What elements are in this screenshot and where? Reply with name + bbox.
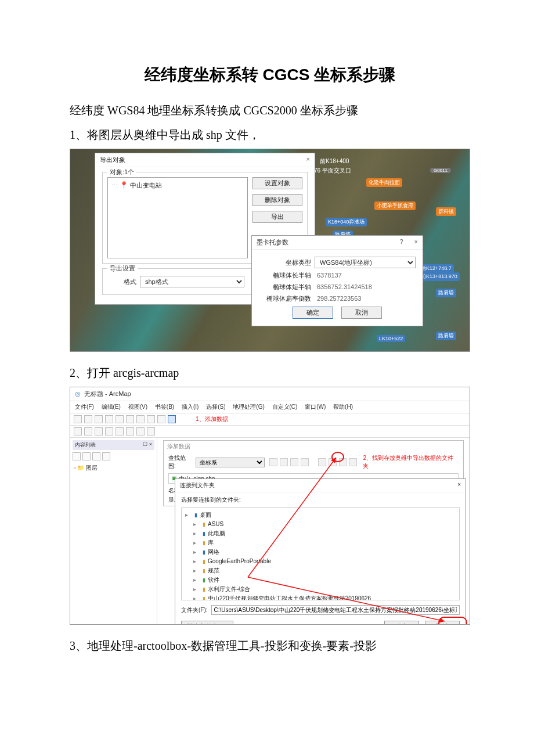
- poi-badge: K16+040弃渣场: [326, 218, 367, 226]
- set-object-button[interactable]: 设置对象: [252, 177, 302, 189]
- close-icon[interactable]: ×: [306, 156, 310, 164]
- map-label: 路肩墙: [436, 332, 456, 340]
- tree-node[interactable]: ▸▮规范: [185, 566, 456, 575]
- redo-icon[interactable]: [157, 415, 165, 423]
- poi-badge: 化隆牛肉拉面: [366, 178, 402, 187]
- map-label: 前K18+400: [320, 157, 349, 165]
- annotation-circle: [331, 452, 344, 462]
- item-label: 中山变电站: [130, 182, 162, 189]
- new-icon[interactable]: [74, 415, 82, 423]
- connect-folder-dialog: 连接到文件夹 × 选择要连接到的文件夹: ▸▮桌面▸▮ASUS▸▮此电脑▸▮库▸…: [175, 478, 466, 625]
- add-server-icon[interactable]: [349, 458, 357, 466]
- new-folder-button[interactable]: 新建文件夹(M): [181, 621, 233, 625]
- menu-item[interactable]: 书签(B): [155, 404, 174, 410]
- toc-layer-root[interactable]: ▫ 📁 图层: [73, 463, 154, 473]
- home-icon[interactable]: [280, 458, 288, 466]
- tree-node[interactable]: ▸▮中山220千伏规划储变电站工程水土保持方案报批终稿20190626: [185, 594, 456, 600]
- lookin-select[interactable]: 坐标系: [196, 458, 265, 467]
- tree-node[interactable]: ▸▮GoogleEarthProPortable: [185, 557, 456, 566]
- menu-bar[interactable]: 文件(F) 编辑(E) 视图(V) 书签(B) 插入(I) 选择(S) 地理处理…: [70, 401, 470, 413]
- pan-icon[interactable]: [95, 427, 103, 435]
- toc-panel: 内容列表☐ × ▫ 📁 图层: [70, 438, 157, 625]
- semi-major-label: 椭球体长半轴: [259, 271, 311, 280]
- screenshot-1: 前K18+400 76 平面交叉口 化隆牛肉拉面 G0611 小肥羊手抓食府 群…: [70, 149, 470, 352]
- folder-tree[interactable]: ▸▮桌面▸▮ASUS▸▮此电脑▸▮库▸▮网络▸▮GoogleEarthProPo…: [181, 507, 460, 600]
- folder-path-label: 文件夹(F):: [181, 606, 208, 614]
- open-icon[interactable]: [84, 415, 92, 423]
- toc-title: 内容列表: [75, 441, 96, 449]
- copy-icon[interactable]: [126, 415, 134, 423]
- semi-minor-label: 椭球体短半轴: [259, 283, 311, 291]
- tree-node[interactable]: ▸▮水利厅文件-综合: [185, 585, 456, 594]
- tree-node[interactable]: ▸▮网络: [185, 548, 456, 557]
- print-icon[interactable]: [105, 415, 113, 423]
- map-label: 后K12+748.7: [418, 264, 454, 273]
- list-item[interactable]: ⋯ 📍 中山变电站: [111, 181, 244, 190]
- measure-icon[interactable]: [147, 427, 155, 435]
- coord-type-select[interactable]: WGS84(地理坐标): [315, 257, 416, 268]
- menu-item[interactable]: 文件(F): [75, 404, 94, 410]
- toolbar-2: [70, 426, 470, 438]
- tree-node[interactable]: ▸▮ASUS: [185, 520, 456, 529]
- annotation-2: 2、找到存放奥维中导出数据的文件夹: [363, 454, 459, 470]
- format-select[interactable]: shp格式: [140, 276, 244, 287]
- add-data-icon[interactable]: [168, 415, 176, 423]
- folder-path-input[interactable]: [211, 605, 460, 615]
- full-extent-icon[interactable]: [105, 427, 113, 435]
- toc-view-icons[interactable]: [73, 452, 154, 460]
- tree-node[interactable]: ▸▮此电脑: [185, 529, 456, 538]
- poi-badge: 群科镇: [436, 207, 456, 216]
- map-canvas[interactable]: 添加数据 查找范围: 坐标系 2、找到存放奥维: [157, 438, 470, 625]
- details-icon[interactable]: [301, 458, 309, 466]
- identify-icon[interactable]: [126, 427, 134, 435]
- group-legend: 对象:1个: [107, 168, 136, 177]
- app-title: 无标题 - ArcMap: [84, 390, 131, 398]
- map-label: 化隆牛肉拉面: [366, 178, 402, 187]
- delete-object-button[interactable]: 删除对象: [252, 194, 302, 206]
- menu-item[interactable]: 地理处理(G): [233, 404, 264, 410]
- ok-button[interactable]: 确定: [384, 621, 419, 625]
- help-icon[interactable]: ?: [399, 238, 403, 245]
- cut-icon[interactable]: [116, 415, 124, 423]
- poi-badge: 前K13+813.970: [418, 272, 460, 281]
- map-label: K16+040弃渣场: [326, 218, 367, 226]
- inv-flat-label: 椭球体扁率倒数: [259, 294, 311, 303]
- menu-item[interactable]: 视图(V): [128, 404, 147, 410]
- save-icon[interactable]: [95, 415, 103, 423]
- ok-button[interactable]: 确定: [293, 307, 333, 319]
- dialog-title: 墨卡托参数: [257, 238, 288, 247]
- annotation-1: 1、添加数据: [196, 415, 228, 423]
- map-road-badge: G0611: [430, 167, 451, 173]
- format-label: 格式: [107, 278, 136, 286]
- dialog-title: 导出对象: [100, 156, 125, 164]
- poi-badge: 路肩墙: [436, 332, 456, 340]
- menu-item[interactable]: 编辑(E): [102, 404, 121, 410]
- connect-folder-icon[interactable]: [318, 458, 326, 466]
- up-icon[interactable]: [269, 458, 277, 466]
- close-icon[interactable]: ×: [414, 238, 418, 245]
- tree-node[interactable]: ▸▮桌面: [185, 510, 456, 520]
- map-label: 小肥羊手抓食府: [374, 201, 416, 210]
- tree-node[interactable]: ▸▮软件: [185, 575, 456, 585]
- menu-item[interactable]: 帮助(H): [333, 404, 353, 410]
- zoom-in-icon[interactable]: [74, 427, 82, 435]
- menu-item[interactable]: 自定义(C): [272, 404, 298, 410]
- paste-icon[interactable]: [136, 415, 145, 423]
- undo-icon[interactable]: [147, 415, 155, 423]
- poi-badge: 后K12+748.7: [418, 264, 454, 273]
- mercator-dialog: 墨卡托参数 ? × 坐标类型 WGS84(地理坐标) 椭球体长半轴 椭球体短半轴…: [251, 235, 423, 326]
- menu-item[interactable]: 窗口(W): [305, 404, 326, 410]
- list-icon[interactable]: [290, 458, 298, 466]
- toc-pin-close[interactable]: ☐ ×: [143, 441, 152, 449]
- close-icon[interactable]: ×: [457, 481, 461, 489]
- menu-item[interactable]: 插入(I): [182, 404, 199, 410]
- tree-node[interactable]: ▸▮库: [185, 538, 456, 548]
- find-icon[interactable]: [136, 427, 145, 435]
- zoom-out-icon[interactable]: [84, 427, 92, 435]
- select-icon[interactable]: [116, 427, 124, 435]
- cancel-button[interactable]: 取消: [341, 307, 382, 319]
- export-button[interactable]: 导出: [252, 211, 302, 223]
- menu-item[interactable]: 选择(S): [206, 404, 225, 410]
- object-list[interactable]: ⋯ 📍 中山变电站: [107, 177, 248, 258]
- semi-major-value: [315, 271, 416, 280]
